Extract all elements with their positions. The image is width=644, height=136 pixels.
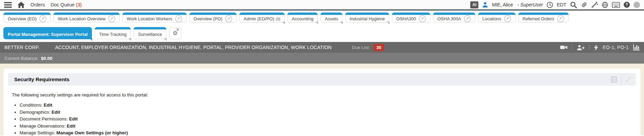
- tab-label: Work Location Overview: [58, 16, 105, 21]
- tab-label: Locations: [482, 16, 501, 21]
- tab[interactable]: Overview (PO): [189, 13, 237, 23]
- submenu-fold-icon: [128, 38, 131, 41]
- help-icon[interactable]: [624, 2, 630, 8]
- add-person-icon[interactable]: [577, 45, 585, 50]
- doc-queue-count: (3): [76, 2, 82, 7]
- requirement-item: Demographics: Edit: [20, 110, 635, 115]
- tab-count: (3): [276, 17, 280, 21]
- tab[interactable]: Assets: [320, 13, 342, 23]
- balance-label: Current Balance:: [4, 56, 39, 61]
- tab-label: Work Location Workers: [127, 16, 172, 21]
- nav-doc-queue[interactable]: Doc Queue (3): [51, 2, 82, 7]
- tab[interactable]: Admin (EO/PO) (3): [239, 13, 285, 23]
- popout-icon[interactable]: [225, 15, 232, 22]
- context-bar-actions: EO-1, PO-1: [560, 44, 640, 51]
- requirement-name: Demographics:: [20, 110, 50, 115]
- wand-icon[interactable]: [591, 1, 598, 8]
- top-bar: Orders Doc Queue (3) AI MIE, Alice - Sup…: [0, 0, 644, 10]
- tab[interactable]: OSHA 300A: [433, 13, 475, 23]
- user-role: - SuperUser: [518, 2, 543, 7]
- tab-label: Assets: [325, 16, 338, 21]
- requirement-list: Conditions: Edit Demographics: Edit Docu…: [20, 103, 635, 135]
- divider: [589, 44, 590, 50]
- tab[interactable]: Overview (EO): [3, 13, 51, 23]
- due-list-count-badge[interactable]: 30: [374, 44, 384, 51]
- context-bar: BETTER CORP. ACCOUNT, EMPLOYER ORGANIZAT…: [0, 42, 644, 53]
- popout-icon[interactable]: [464, 15, 471, 22]
- tab[interactable]: Surveillance: [134, 27, 166, 39]
- popout-icon[interactable]: [108, 15, 115, 22]
- tab-label: Admin (EO/PO): [244, 16, 274, 21]
- tab[interactable]: Work Location Overview: [53, 13, 120, 23]
- tab[interactable]: Locations: [478, 13, 516, 23]
- tab[interactable]: Time Tracking: [95, 27, 131, 39]
- requirement-name: Manage Observations:: [20, 123, 66, 129]
- tab-label: Overview (PO): [194, 16, 222, 21]
- requirement-item: Document Permissions: Edit: [20, 116, 635, 122]
- tab[interactable]: Referred Orders: [518, 13, 569, 23]
- tab-label: Surveillance: [138, 32, 162, 37]
- requirement-item: Manage Settings: Manage Own Settings (or…: [20, 130, 635, 135]
- submenu-fold-icon: [315, 22, 318, 24]
- panel-intro: The following security settings are requ…: [12, 92, 635, 97]
- requirement-value: Edit: [67, 123, 76, 129]
- popout-icon[interactable]: [39, 15, 46, 22]
- avatar[interactable]: [634, 2, 640, 8]
- requirement-name: Document Permissions:: [20, 116, 68, 121]
- clock-icon[interactable]: [547, 2, 553, 8]
- company-name: BETTER CORP.: [4, 45, 40, 50]
- panel-actions: [610, 75, 631, 84]
- search-icon[interactable]: [570, 1, 577, 8]
- timezone-label: EDT: [557, 2, 566, 7]
- link-icon[interactable]: [579, 0, 589, 9]
- tab[interactable]: OSHA300: [392, 13, 430, 23]
- submenu-fold-icon: [387, 22, 389, 24]
- topbar-right: AI MIE, Alice - SuperUser EDT: [470, 1, 640, 8]
- tab-label: Overview (EO): [8, 16, 37, 21]
- ai-badge[interactable]: AI: [470, 1, 478, 8]
- home-icon[interactable]: [18, 2, 25, 8]
- balance-value: $0.00: [41, 56, 52, 61]
- requirement-value: Edit: [44, 103, 52, 108]
- flash-icon[interactable]: [594, 44, 598, 51]
- page-background: Security Requirements The following secu…: [0, 64, 644, 135]
- due-list: Due List: 30: [352, 44, 384, 51]
- requirement-value: Manage Own Settings (or higher): [56, 130, 128, 135]
- tab-row-primary: Overview (EO) Work Location Overview Wor…: [0, 10, 644, 24]
- popout-icon[interactable]: [504, 15, 511, 22]
- user-name[interactable]: MIE, Alice: [492, 2, 513, 7]
- video-camera-icon[interactable]: [560, 45, 568, 50]
- journal-icon[interactable]: [610, 76, 617, 83]
- due-list-label: Due List:: [352, 45, 370, 50]
- tab-label: Portal Management: Supervisor Portal: [8, 32, 88, 37]
- tab[interactable]: Industrial Hygiene: [345, 13, 389, 23]
- chart-icon[interactable]: [633, 44, 640, 50]
- topbar-left: Orders Doc Queue (3): [4, 2, 82, 8]
- edit-icon[interactable]: [625, 76, 631, 83]
- tab-label: OSHA 300A: [437, 16, 461, 21]
- submenu-fold-icon: [340, 22, 343, 24]
- requirement-name: Conditions:: [20, 103, 43, 108]
- tab-label: OSHA300: [396, 16, 416, 21]
- submenu-fold-icon: [164, 38, 167, 41]
- tab[interactable]: Work Location Workers: [122, 13, 187, 23]
- requirement-item: Conditions: Edit: [20, 103, 635, 108]
- keyboard-icon[interactable]: [612, 2, 620, 8]
- category-list: ACCOUNT, EMPLOYER ORGANIZATION, INDUSTRI…: [55, 45, 332, 50]
- settings-icon[interactable]: [169, 27, 181, 39]
- tab[interactable]: Accounting: [287, 13, 318, 23]
- popout-icon[interactable]: [557, 15, 564, 22]
- submenu-fold-icon: [282, 22, 285, 24]
- nav-orders[interactable]: Orders: [30, 2, 45, 7]
- menu-icon[interactable]: [4, 2, 12, 8]
- popout-icon[interactable]: [419, 15, 426, 22]
- popout-icon[interactable]: [175, 15, 182, 22]
- tab[interactable]: Portal Management: Supervisor Portal: [3, 27, 92, 39]
- divider: [621, 75, 621, 84]
- globe-icon[interactable]: [602, 2, 608, 8]
- panel-title: Security Requirements: [14, 76, 69, 82]
- divider: [572, 44, 572, 50]
- panel-header: Security Requirements: [8, 73, 636, 86]
- entity-refs: EO-1, PO-1: [603, 45, 629, 50]
- gear-small-icon: [176, 28, 179, 31]
